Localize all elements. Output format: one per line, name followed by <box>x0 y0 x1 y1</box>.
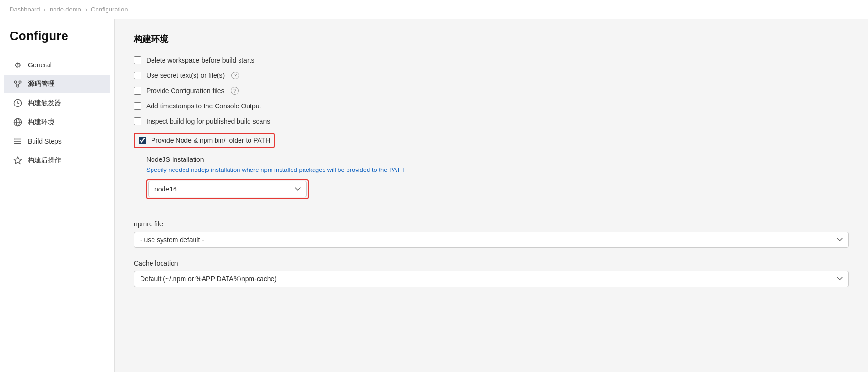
npmrc-field-group: npmrc file - use system default - <box>134 220 849 248</box>
secret-text-label[interactable]: Use secret text(s) or file(s) <box>146 72 225 79</box>
sidebar-item-triggers[interactable]: 构建触发器 <box>4 94 110 112</box>
environment-icon <box>13 118 22 127</box>
cache-location-field-group: Cache location Default (~/.npm or %APP D… <box>134 259 849 287</box>
add-timestamps-checkbox[interactable] <box>134 102 141 110</box>
inspect-log-checkbox[interactable] <box>134 117 141 125</box>
npmrc-select-wrapper: - use system default - <box>134 232 849 248</box>
nodejs-select-highlighted: node16 node18 node20 <box>146 179 309 199</box>
provide-node-checkbox[interactable] <box>139 137 146 144</box>
svg-point-1 <box>19 81 21 83</box>
add-timestamps-label[interactable]: Add timestamps to the Console Output <box>146 102 261 110</box>
sidebar-item-label: 构建后操作 <box>28 156 61 165</box>
breadcrumb: Dashboard › node-demo › Configuration <box>0 0 868 19</box>
cache-location-label: Cache location <box>134 259 849 267</box>
gear-icon: ⚙ <box>13 61 22 69</box>
inspect-log-label[interactable]: Inspect build log for published build sc… <box>146 117 270 125</box>
npmrc-label: npmrc file <box>134 220 849 228</box>
svg-point-2 <box>17 85 19 87</box>
checkbox-provide-config: Provide Configuration files ? <box>134 87 849 95</box>
delete-workspace-label[interactable]: Delete workspace before build starts <box>146 56 254 64</box>
nodejs-installation-select[interactable]: node16 node18 node20 <box>148 181 307 197</box>
sidebar-item-label: Build Steps <box>28 138 62 145</box>
secret-text-checkbox[interactable] <box>134 72 141 79</box>
post-build-icon <box>13 156 22 165</box>
checkbox-inspect-log: Inspect build log for published build sc… <box>134 117 849 125</box>
triggers-icon <box>13 99 22 107</box>
secret-text-help-icon[interactable]: ? <box>231 72 239 79</box>
svg-point-0 <box>14 81 17 83</box>
breadcrumb-sep-1: › <box>44 6 46 13</box>
checkbox-provide-node-highlighted: Provide Node & npm bin/ folder to PATH <box>134 133 275 148</box>
svg-line-4 <box>18 83 20 85</box>
sidebar-item-build-steps[interactable]: Build Steps <box>4 132 110 150</box>
nodejs-select-wrapper: node16 node18 node20 <box>148 181 307 197</box>
sidebar-item-label: 源码管理 <box>28 80 54 88</box>
sidebar-item-label: General <box>28 61 52 69</box>
svg-line-3 <box>16 83 18 85</box>
provide-config-checkbox[interactable] <box>134 87 141 95</box>
sidebar: Configure ⚙ General 源码管理 构建触发器 <box>0 19 115 372</box>
sidebar-item-source[interactable]: 源码管理 <box>4 75 110 93</box>
provide-node-label[interactable]: Provide Node & npm bin/ folder to PATH <box>151 137 270 144</box>
breadcrumb-configuration: Configuration <box>91 6 128 13</box>
svg-marker-15 <box>14 157 22 164</box>
breadcrumb-node-demo[interactable]: node-demo <box>50 6 81 13</box>
breadcrumb-dashboard[interactable]: Dashboard <box>10 6 40 13</box>
sidebar-item-general[interactable]: ⚙ General <box>4 56 110 74</box>
checkbox-delete-workspace: Delete workspace before build starts <box>134 56 849 64</box>
sidebar-title: Configure <box>0 29 114 55</box>
source-icon <box>13 80 22 88</box>
delete-workspace-checkbox[interactable] <box>134 56 141 64</box>
breadcrumb-sep-2: › <box>85 6 87 13</box>
sidebar-item-post-build[interactable]: 构建后操作 <box>4 151 110 170</box>
main-content: 构建环境 Delete workspace before build start… <box>115 19 868 372</box>
sidebar-item-label: 构建环境 <box>28 118 54 127</box>
checkbox-secret-text: Use secret text(s) or file(s) ? <box>134 72 849 79</box>
cache-location-select-wrapper: Default (~/.npm or %APP DATA%\npm-cache) <box>134 271 849 287</box>
provide-config-help-icon[interactable]: ? <box>231 87 239 95</box>
section-title: 构建环境 <box>134 33 849 45</box>
checkbox-add-timestamps: Add timestamps to the Console Output <box>134 102 849 110</box>
npmrc-select[interactable]: - use system default - <box>134 232 849 248</box>
nodejs-installation-hint: Specify needed nodejs installation where… <box>146 166 849 173</box>
build-steps-icon <box>13 137 22 146</box>
provide-config-label[interactable]: Provide Configuration files <box>146 87 224 95</box>
nodejs-installation-label: NodeJS Installation <box>146 156 849 163</box>
sidebar-item-label: 构建触发器 <box>28 99 61 107</box>
nodejs-section: NodeJS Installation Specify needed nodej… <box>146 156 849 211</box>
sidebar-item-environment[interactable]: 构建环境 <box>4 113 110 131</box>
cache-location-select[interactable]: Default (~/.npm or %APP DATA%\npm-cache) <box>134 271 849 287</box>
